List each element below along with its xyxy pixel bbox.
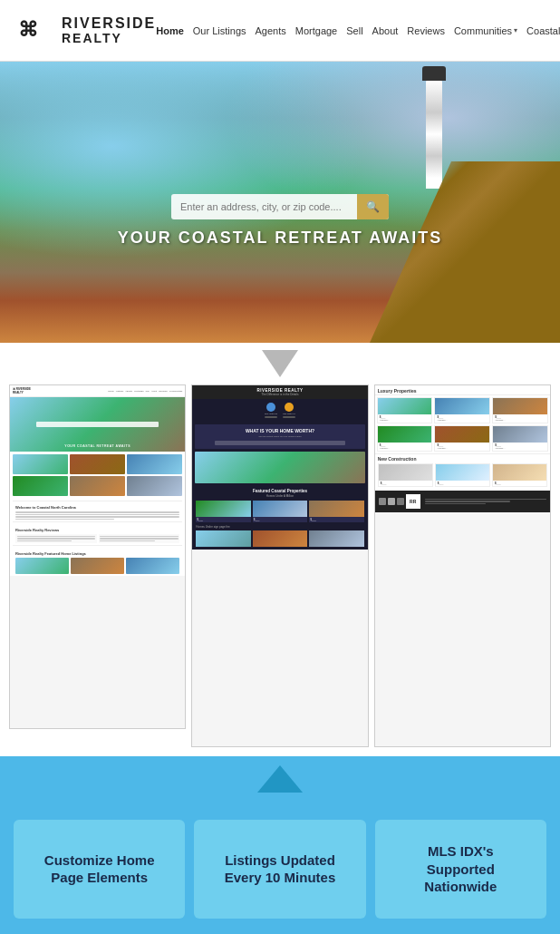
screenshots-row: ⌘ RIVERSIDEREALTY HomeListingsAgentsMort…: [9, 384, 551, 747]
mock2-prop2-1: [196, 530, 250, 547]
screenshot-dark-site: RIVERSIDE REALTY The Difference is in th…: [191, 384, 368, 747]
mock2-prop-info-3: $___: [309, 517, 363, 522]
features-section: Customize Home Page Elements Listings Up…: [0, 802, 560, 934]
nav-agents[interactable]: Agents: [256, 25, 286, 36]
svg-marker-3: [257, 765, 303, 793]
mock2-prop2-img-2: [253, 530, 307, 547]
search-input[interactable]: [171, 195, 357, 219]
mock1-nav: HomeListingsAgentsMortgageSellAboutRevie…: [108, 390, 182, 393]
feature-customize: Customize Home Page Elements: [14, 820, 185, 919]
mock2-featured-title: Featured Coastal Properties: [196, 489, 363, 493]
mock1-properties: [10, 452, 185, 499]
mock3-prop-info-3: $___ Address...: [493, 414, 547, 423]
mock2-prop-2: $___: [253, 501, 307, 522]
mock3-footer-text: [425, 499, 546, 505]
mock1-listings: Riverside Realty Featured Home Listings: [13, 548, 182, 576]
hero-tagline: YOUR COASTAL RETREAT AWAITS: [118, 229, 442, 248]
mock1-prop-1: [13, 454, 68, 474]
logo-area: ⌘ RIVERSIDE REALTY: [14, 11, 156, 51]
mock3-prop-img-5: [435, 426, 489, 443]
nav-reviews[interactable]: Reviews: [407, 25, 445, 36]
mock3-nc-prop-2: $___: [435, 463, 490, 487]
hero-search-bar[interactable]: 🔍: [171, 194, 389, 219]
mock3-prop-5: $___ Address...: [434, 425, 490, 452]
mock3-prop-info-6: $___ Address...: [493, 443, 547, 451]
nav-about[interactable]: About: [372, 25, 399, 36]
mock2-buy-icon: Buy With Us: [265, 403, 277, 418]
mock3-badge-1: [379, 498, 386, 505]
mock3-luxury-grid: $___ Address... $___ Address...: [375, 395, 550, 453]
mock3-nc-info-3: $___: [493, 481, 546, 486]
mock2-prop-img-1: [196, 501, 250, 517]
nav-our-listings[interactable]: Our Listings: [193, 25, 246, 36]
mock2-sell-label: Sell With Us: [283, 413, 295, 415]
header: ⌘ RIVERSIDE REALTY Home Our Listings Age…: [0, 0, 560, 62]
mock2-prop2-img-1: [196, 530, 250, 547]
nav-sell[interactable]: Sell: [346, 25, 362, 36]
feature-listings-updated: Listings Updated Every 10 Minutes: [194, 820, 365, 919]
mock3-prop-addr-2: Address...: [437, 419, 488, 422]
mock1-listings-row: [15, 558, 179, 574]
mock2-prop-price-3: $___: [310, 518, 362, 521]
mock1-prop-6: [127, 476, 182, 496]
feature-customize-text: Customize Home Page Elements: [44, 851, 155, 887]
mock3-footer: RR: [375, 491, 550, 512]
mock3-nc-price-1: $___: [381, 482, 430, 485]
mock1-welcome-lines: [15, 511, 179, 520]
nav-home[interactable]: Home: [156, 25, 184, 36]
mock3-badge-2: [388, 498, 395, 505]
mock2-props-grid-2: [196, 530, 363, 547]
mock3-prop-img-3: [493, 398, 547, 414]
mock2-prop-3: $___: [309, 501, 363, 522]
mock3-new-construction: New Construction $___ $___: [375, 453, 550, 489]
mock3-prop-4: $___ Address...: [377, 425, 433, 452]
mock3-prop-img-4: [378, 426, 432, 443]
mock3-nc-price-3: $___: [495, 482, 545, 485]
mock3-footer-badges: [379, 498, 404, 505]
mock1-listings-title: Riverside Realty Featured Home Listings: [15, 551, 179, 556]
mock2-prop2-2: [253, 530, 307, 547]
mock3-prop-img-1: [378, 398, 432, 414]
mock2-home-worth: WHAT IS YOUR HOME WORTH? Get an instant …: [195, 424, 364, 449]
mock2-prop2-3: [309, 530, 363, 547]
mock1-review-quotes: [15, 534, 179, 543]
nav-communities[interactable]: Communities ▾: [454, 25, 517, 36]
mock3-nc-img-1: [379, 464, 432, 481]
mock2-header: RIVERSIDE REALTY The Difference is in th…: [192, 385, 367, 399]
mock2-home-worth-input: [215, 441, 344, 445]
nav-coastal-living[interactable]: Coastal Living ▾: [526, 25, 560, 36]
mock2-prop-price-1: $___: [197, 518, 249, 521]
mock1-listing-2: [71, 558, 124, 574]
mock2-featured-sub: Homes Under A Million: [196, 494, 363, 498]
mock3-prop-addr-4: Address...: [380, 447, 430, 450]
mock3-prop-info-4: $___ Address...: [378, 443, 432, 451]
feature-mls-text: MLS IDX's Supported Nationwide: [424, 842, 497, 896]
mock2-buy-label: Buy With Us: [265, 413, 277, 415]
nav-mortgage[interactable]: Mortgage: [295, 25, 337, 36]
arrow-down-indicator: [0, 343, 560, 384]
mock3-prop-addr-3: Address...: [495, 419, 546, 422]
screenshot-luxury-site: Luxury Properties $___ Address... $___: [374, 384, 551, 747]
down-arrow-icon: [262, 350, 298, 377]
mock2-prop-img-3: [309, 501, 363, 517]
mock1-welcome-title: Welcome to Coastal North Carolina: [15, 505, 179, 510]
search-button[interactable]: 🔍: [357, 194, 389, 219]
mock3-nc-img-2: [436, 464, 489, 481]
mock2-sell-icon: Sell With Us: [283, 403, 295, 418]
features-row: Customize Home Page Elements Listings Up…: [14, 820, 546, 919]
mock3-nc-img-3: [493, 464, 546, 481]
mock3-nc-title: New Construction: [378, 456, 547, 462]
mock2-sell-circle: [285, 403, 294, 412]
mock-website-2: RIVERSIDE REALTY The Difference is in th…: [192, 385, 367, 550]
mock1-prop-5: [70, 476, 125, 496]
mock1-logo: ⌘ RIVERSIDEREALTY: [13, 387, 31, 394]
mock2-featured: Featured Coastal Properties Homes Under …: [192, 486, 367, 550]
communities-caret: ▾: [514, 26, 517, 34]
mock3-prop-info-2: $___ Address...: [435, 414, 489, 423]
mock1-quote-1: [15, 534, 97, 543]
lighthouse-decoration: [426, 80, 442, 189]
mock1-header: ⌘ RIVERSIDEREALTY HomeListingsAgentsMort…: [10, 385, 185, 397]
mock1-welcome: Welcome to Coastal North Carolina: [13, 501, 182, 522]
mock3-nc-info-2: $___: [436, 481, 489, 486]
mock3-prop-addr-1: Address...: [380, 419, 430, 422]
